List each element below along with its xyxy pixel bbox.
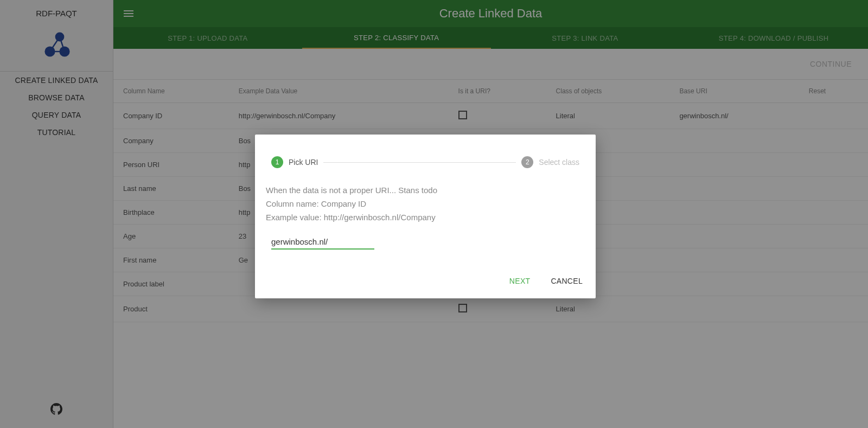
dialog-column-line: Column name: Company ID (266, 199, 585, 208)
dialog-help-text: When the data is not a proper URI... Sta… (266, 186, 585, 195)
dialog-step-2-label: Select class (539, 158, 579, 167)
dialog-step-1-circle: 1 (271, 156, 283, 168)
dialog-example-line: Example value: http://gerwinbosch.nl/Com… (266, 213, 585, 222)
dialog-stepper: 1 Pick URI 2 Select class (255, 156, 596, 168)
cancel-button[interactable]: CANCEL (548, 272, 585, 290)
dialog-step-line (323, 162, 516, 163)
dialog-step-1-label: Pick URI (289, 158, 318, 167)
uri-input[interactable] (271, 235, 374, 250)
dialog-step-2-circle: 2 (521, 156, 533, 168)
next-button[interactable]: NEXT (507, 272, 533, 290)
pick-uri-dialog: 1 Pick URI 2 Select class When the data … (255, 135, 596, 298)
